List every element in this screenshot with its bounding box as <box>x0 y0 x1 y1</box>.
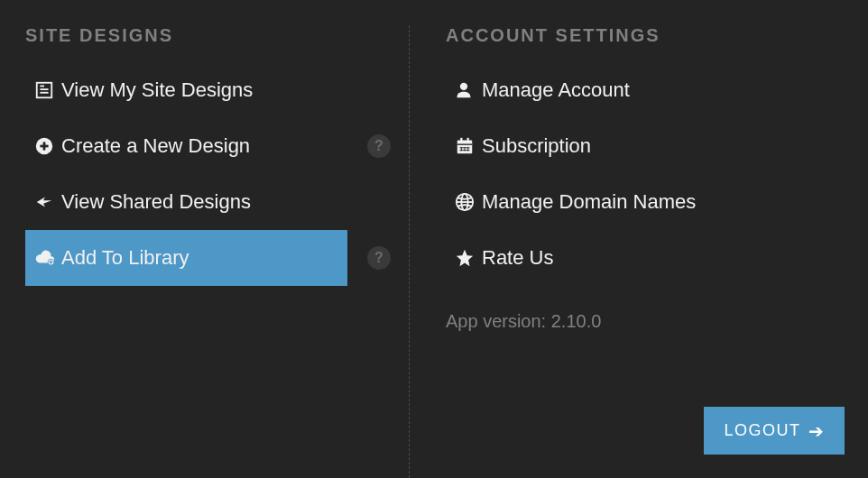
site-designs-panel: Site Designs View My Site Designs <box>0 25 410 478</box>
menu-item-manage-domain-names[interactable]: Manage Domain Names <box>446 174 832 230</box>
app-root: Site Designs View My Site Designs <box>0 0 868 478</box>
menu-item-add-to-library[interactable]: Add To Library ? <box>25 230 347 286</box>
calendar-icon <box>455 136 482 156</box>
person-icon <box>455 80 482 100</box>
logout-label: Logout <box>724 421 800 440</box>
site-designs-title: Site Designs <box>0 25 409 46</box>
menu-item-label: View My Site Designs <box>61 78 253 102</box>
menu-item-label: Subscription <box>482 134 591 158</box>
star-icon <box>455 248 482 268</box>
menu-item-label: Manage Domain Names <box>482 190 696 214</box>
share-icon <box>34 192 61 212</box>
arrow-right-icon: ➔ <box>808 422 826 440</box>
site-designs-menu: View My Site Designs Create a New Design… <box>0 62 409 286</box>
account-settings-menu: Manage Account <box>410 62 868 286</box>
menu-item-rate-us[interactable]: Rate Us <box>446 230 832 286</box>
app-version-text: App version: 2.10.0 <box>410 311 868 332</box>
menu-item-create-new-design[interactable]: Create a New Design ? <box>25 118 347 174</box>
account-settings-title: Account Settings <box>410 25 868 46</box>
menu-item-manage-account[interactable]: Manage Account <box>446 62 832 118</box>
help-icon[interactable]: ? <box>367 134 391 158</box>
globe-icon <box>455 192 482 212</box>
menu-item-subscription[interactable]: Subscription <box>446 118 832 174</box>
menu-item-label: Rate Us <box>482 246 553 270</box>
menu-item-label: Add To Library <box>61 246 189 270</box>
menu-item-label: Create a New Design <box>61 134 250 158</box>
help-icon[interactable]: ? <box>367 246 391 270</box>
cloud-add-icon <box>34 248 61 268</box>
menu-item-label: View Shared Designs <box>61 190 251 214</box>
plus-circle-icon <box>34 136 61 156</box>
logout-button[interactable]: Logout ➔ <box>704 407 845 455</box>
menu-item-view-my-site-designs[interactable]: View My Site Designs <box>25 62 347 118</box>
document-icon <box>34 80 61 100</box>
account-settings-panel: Account Settings Manage Account <box>410 25 868 478</box>
svg-point-11 <box>460 83 467 90</box>
menu-item-label: Manage Account <box>482 78 630 102</box>
menu-item-view-shared-designs[interactable]: View Shared Designs <box>25 174 347 230</box>
